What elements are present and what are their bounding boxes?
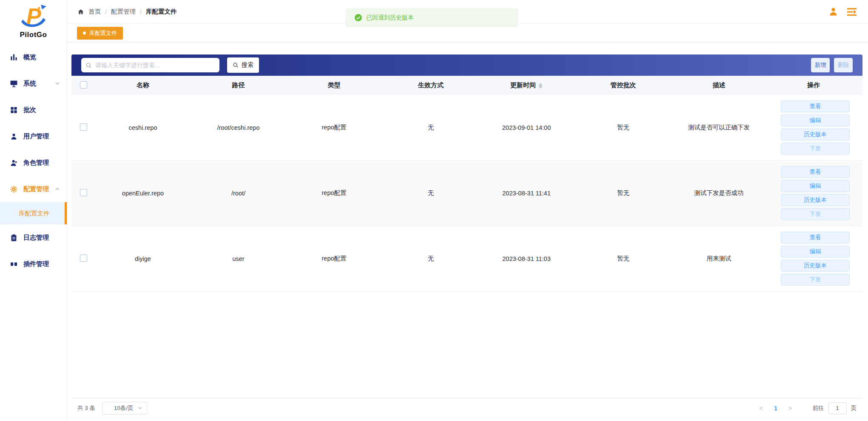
app-root: P PilotGo 概览 系统	[0, 0, 868, 421]
sidebar-item-label: 批次	[23, 106, 36, 114]
sidebar-item-label: 概览	[23, 53, 36, 61]
column-header-type: 类型	[286, 81, 382, 89]
column-header-description: 描述	[673, 81, 765, 89]
sidebar-item-overview[interactable]: 概览	[0, 44, 67, 70]
brand-name: PilotGo	[20, 31, 47, 39]
cell-updated: 2023-09-01 14:00	[480, 124, 573, 131]
cell-operations: 查看 编辑 历史版本 下发	[765, 166, 862, 220]
sidebar-nav: 概览 系统 批次 用户管理	[0, 44, 67, 277]
dispatch-button[interactable]: 下发	[781, 143, 850, 155]
table-row: openEuler.repo /root/ repo配置 无 2023-08-3…	[71, 160, 862, 226]
column-header-updated-label: 更新时间	[510, 81, 536, 89]
cell-operations: 查看 编辑 历史版本 下发	[765, 232, 862, 286]
sidebar-item-label: 系统	[23, 80, 36, 88]
breadcrumb-item-config[interactable]: 配置管理	[111, 8, 136, 16]
sidebar-item-config[interactable]: 配置管理	[0, 176, 67, 202]
dispatch-button[interactable]: 下发	[781, 208, 850, 220]
sidebar-item-users[interactable]: 用户管理	[0, 123, 67, 149]
history-button[interactable]: 历史版本	[781, 129, 850, 140]
success-check-icon	[355, 14, 362, 21]
row-checkbox[interactable]	[80, 123, 87, 131]
sidebar-item-label: 用户管理	[23, 132, 49, 140]
cell-operations: 查看 编辑 历史版本 下发	[765, 100, 862, 155]
sidebar-subitem-repo-config[interactable]: 库配置文件	[0, 202, 67, 224]
chevron-up-icon	[55, 186, 60, 192]
table-row: diyige user repo配置 无 2023-08-31 11:03 暂无…	[71, 226, 862, 292]
row-checkbox[interactable]	[80, 189, 87, 196]
goto-label: 前往	[813, 404, 824, 412]
breadcrumb-item-home[interactable]: 首页	[88, 8, 101, 16]
cell-type: repo配置	[286, 123, 382, 132]
edit-button[interactable]: 编辑	[781, 246, 850, 258]
sidebar-item-label: 角色管理	[23, 159, 49, 167]
topbar-icons	[828, 7, 857, 17]
toolbar-right: 新增 删除	[811, 58, 853, 72]
edit-button[interactable]: 编辑	[781, 115, 850, 126]
sidebar-item-batch[interactable]: 批次	[0, 97, 67, 123]
sidebar-item-logs[interactable]: 日志管理	[0, 224, 67, 251]
edit-button[interactable]: 编辑	[781, 180, 850, 192]
table-empty-space	[71, 292, 862, 398]
row-select-cell	[71, 255, 95, 263]
column-header-batch: 管控批次	[573, 81, 673, 89]
page-unit-label: 页	[851, 404, 857, 412]
history-button[interactable]: 历史版本	[781, 260, 850, 272]
cell-name: diyige	[95, 255, 191, 262]
sidebar-item-system[interactable]: 系统	[0, 70, 67, 97]
tab-repo-config[interactable]: 库配置文件	[77, 27, 123, 40]
table-panel: 搜索 新增 删除 名称 路径 类型 生效方式 更新时间	[71, 54, 862, 421]
sidebar-item-plugins[interactable]: 插件管理	[0, 251, 67, 277]
main-area: 首页 / 配置管理 / 库配置文件 库配置	[67, 0, 868, 421]
cell-path: /root/ceshi.repo	[191, 124, 286, 131]
row-checkbox[interactable]	[80, 255, 87, 262]
monitor-icon	[9, 79, 18, 88]
table-row: ceshi.repo /root/ceshi.repo repo配置 无 202…	[71, 95, 862, 160]
cell-effect: 无	[382, 189, 480, 197]
view-button[interactable]: 查看	[781, 166, 850, 178]
add-button[interactable]: 新增	[811, 58, 830, 72]
column-header-updated[interactable]: 更新时间	[480, 81, 573, 89]
page-number[interactable]: 1	[774, 405, 777, 412]
sidebar-item-roles[interactable]: 角色管理	[0, 149, 67, 176]
search-input-wrap	[81, 58, 219, 72]
cell-description: 测试是否可以正确下发	[673, 123, 765, 132]
sidebar-subitem-label: 库配置文件	[19, 209, 50, 218]
gear-icon	[9, 185, 18, 193]
view-button[interactable]: 查看	[781, 232, 850, 243]
cell-description: 测试下发是否成功	[673, 189, 765, 197]
clipboard-icon	[9, 233, 18, 242]
cell-path: /root/	[191, 190, 286, 197]
pilotgo-logo-icon: P	[20, 3, 48, 30]
cell-batch: 暂无	[573, 123, 673, 132]
total-count: 共 3 条	[77, 404, 95, 412]
dispatch-button[interactable]: 下发	[781, 274, 850, 286]
select-all-checkbox[interactable]	[80, 81, 87, 89]
brand-logo[interactable]: P PilotGo	[0, 0, 67, 44]
search-button[interactable]: 搜索	[227, 57, 259, 73]
cell-updated: 2023-08-31 11:41	[480, 190, 573, 197]
next-page-button[interactable]: >	[788, 404, 792, 412]
tab-active-dot-icon	[83, 32, 86, 34]
search-button-label: 搜索	[242, 61, 253, 69]
success-toast: 已回退到历史版本	[346, 9, 518, 27]
goto-page-input[interactable]	[828, 402, 847, 414]
cell-name: ceshi.repo	[95, 124, 191, 131]
cell-batch: 暂无	[573, 255, 673, 263]
grid-icon	[9, 106, 18, 114]
user-avatar-icon[interactable]	[828, 7, 838, 17]
history-button[interactable]: 历史版本	[781, 194, 850, 206]
sort-carets-icon[interactable]	[538, 83, 543, 89]
delete-button[interactable]: 删除	[834, 58, 853, 72]
cell-updated: 2023-08-31 11:03	[480, 255, 573, 262]
search-input[interactable]	[95, 62, 215, 69]
view-button[interactable]: 查看	[781, 100, 850, 112]
column-header-path: 路径	[191, 81, 286, 89]
collapse-menu-icon[interactable]	[847, 8, 857, 16]
breadcrumb-item-current: 库配置文件	[146, 8, 177, 16]
tab-label: 库配置文件	[89, 29, 117, 37]
breadcrumb: 首页 / 配置管理 / 库配置文件	[77, 8, 177, 16]
cell-type: repo配置	[286, 189, 382, 197]
prev-page-button[interactable]: <	[759, 404, 763, 412]
bar-chart-icon	[9, 53, 18, 61]
page-size-select[interactable]: 10条/页	[102, 402, 147, 415]
